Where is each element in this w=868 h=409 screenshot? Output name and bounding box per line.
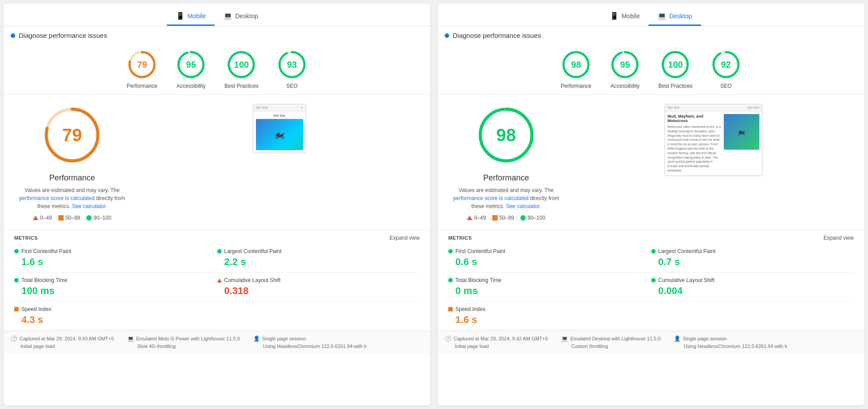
score-value: 79 [137,60,147,70]
tab-bar: 📱 Mobile💻 Desktop [4,4,430,26]
performance-section: 98 Performance Values are estimated and … [438,95,864,230]
footer-text: Custom throttling [571,344,608,349]
legend-good-label: 90–100 [93,215,111,221]
good-icon [520,215,526,221]
perf-right: Divi Test ≡ Divi Test [139,104,420,153]
metrics-section: METRICS Expand view First Contentful Pai… [438,230,864,331]
score-label: Accessibility [610,83,639,89]
footer-col: 🕐 Captured at Mar 29, 2024, 9:43 AM GMT+… [11,335,114,349]
metric-item: Speed Index 1.6 s [448,302,651,331]
metric-item: Speed Index 4.3 s [14,302,217,331]
metrics-title: METRICS [14,235,38,241]
metric-status-dot [217,249,222,254]
perf-score-link[interactable]: performance score is calculated [453,195,528,201]
metric-status-dot [14,249,19,254]
tab-desktop[interactable]: 💻 Desktop [215,8,267,26]
score-label: SEO [720,83,731,89]
page-wrapper: 📱 Mobile💻 Desktop Diagnose performance i… [0,0,868,409]
screenshot-frame: Divi Test Divi Test Mud, Mayhem, and Mot… [665,104,763,176]
metric-label: Largest Contentful Paint [651,248,854,254]
panel-footer: 🕐 Captured at Mar 29, 2024, 9:43 AM GMT+… [4,331,430,353]
screenshot-body: Divi Test [253,111,306,153]
perf-left: 98 Performance Values are estimated and … [448,104,564,221]
footer-text: Initial page load [20,344,55,349]
footer-text: Single page session [683,336,726,341]
metric-label: Total Blocking Time [14,277,217,283]
score-item-accessibility: 95 Accessibility [609,49,641,89]
footer-col: 💻 Emulated Moto G Power with Lighthouse … [127,335,240,349]
tab-mobile[interactable]: 📱 Mobile [601,8,649,26]
footer-icon: 💻 [561,335,568,342]
desktop-panel: 📱 Mobile💻 Desktop Diagnose performance i… [438,4,864,405]
score-circle: 100 [660,49,691,80]
tab-label: Desktop [235,12,258,20]
metric-name: Largest Contentful Paint [224,248,282,254]
footer-text: Using HeadlessChromium 122.0.6261.94 wit… [263,344,367,349]
score-value: 98 [571,60,581,70]
perf-score-link[interactable]: performance score is calculated [19,195,94,201]
big-score-circle: 79 [41,104,103,166]
metrics-title: METRICS [448,235,472,241]
screenshot-site-title: Divi Test [668,106,679,109]
footer-text: Single page session [262,336,306,341]
score-label: Accessibility [176,83,205,89]
metric-status-dot [448,278,453,282]
metric-label: Speed Index [14,306,217,312]
legend-avg: 50–89 [58,215,80,221]
scores-row: 79 Performance 95 Accessibility 100 Best… [4,42,430,95]
footer-item: 🕐 Captured at Mar 29, 2024, 9:42 AM GMT+… [445,335,548,342]
performance-section: 79 Performance Values are estimated and … [4,95,430,230]
calculator-link[interactable]: See calculator. [72,203,107,209]
tab-mobile[interactable]: 📱 Mobile [167,8,215,26]
screenshot-menu-icon: ≡ [301,106,303,109]
panel-title-row: Diagnose performance issues [4,26,430,42]
tab-label: Desktop [669,12,692,20]
metric-status-square [14,307,19,311]
metric-label: Cumulative Layout Shift [217,277,420,283]
desktop-icon: 💻 [657,12,666,20]
score-item-performance: 98 Performance [560,49,592,89]
footer-item: 👤 Single page session [253,335,367,342]
perf-left: 79 Performance Values are estimated and … [14,104,130,221]
expand-view-button[interactable]: Expand view [389,235,420,241]
desktop-subtitle: Mud, Mayhem, and Motocross [668,114,722,123]
metric-status-dot [14,278,19,282]
expand-view-button[interactable]: Expand view [823,235,854,241]
screenshot-body: Mud, Mayhem, and Motocross Motocross, of… [665,111,762,176]
footer-icon: 👤 [253,335,260,342]
footer-icon: 👤 [674,335,681,342]
metric-name: First Contentful Paint [455,248,505,254]
score-item-accessibility: 95 Accessibility [175,49,207,89]
metrics-section: METRICS Expand view First Contentful Pai… [4,230,430,331]
metric-status-dot [651,278,656,282]
metric-value: 1.6 s [448,314,651,326]
metrics-header: METRICS Expand view [14,230,420,244]
metric-item: Largest Contentful Paint 2.2 s [217,244,420,273]
big-score-value: 98 [496,125,516,145]
panel-title-row: Diagnose performance issues [438,26,864,42]
legend-fail: 0–49 [467,215,486,221]
metric-status-square [448,307,453,311]
legend-good: 90–100 [520,215,545,221]
score-value: 92 [721,60,731,70]
score-label: SEO [286,83,297,89]
perf-title: Performance [49,173,95,183]
tab-desktop[interactable]: 💻 Desktop [649,8,701,26]
metric-item: Largest Contentful Paint 0.7 s [651,244,854,273]
metric-status-dot [448,249,453,254]
metric-item: Total Blocking Time 0 ms [448,273,651,302]
metric-item: First Contentful Paint 0.6 s [448,244,651,273]
legend-avg-label: 50–89 [65,215,80,221]
score-value: 93 [287,60,297,70]
score-value: 95 [186,60,196,70]
big-score-value: 79 [62,125,82,145]
score-label: Performance [127,83,158,89]
score-label: Best Practices [658,83,693,89]
metric-label: First Contentful Paint [448,248,651,254]
metric-value: 0.318 [217,285,420,297]
calculator-link[interactable]: See calculator. [506,203,541,209]
score-item-performance: 79 Performance [126,49,158,89]
footer-col: 💻 Emulated Desktop with Lighthouse 11.5.… [561,335,661,349]
avg-icon [492,215,498,221]
footer-item: 💻 Emulated Desktop with Lighthouse 11.5.… [561,335,661,342]
